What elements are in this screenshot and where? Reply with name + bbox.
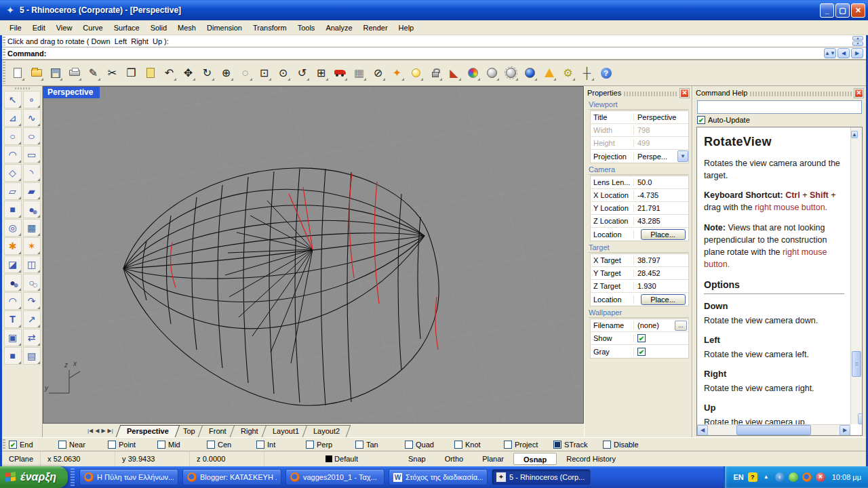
menu-edit[interactable]: Edit xyxy=(27,22,51,34)
annotate-shapes-icon[interactable]: ✦ xyxy=(389,64,406,82)
record-history-toggle[interactable]: Record History xyxy=(557,453,625,465)
projection-dropdown-icon[interactable]: ▼ xyxy=(677,150,688,162)
cplane-button[interactable]: CPlane xyxy=(2,451,41,466)
menu-dimension[interactable]: Dimension xyxy=(201,22,248,34)
osnap-end-checkbox[interactable]: ✔ xyxy=(9,441,17,449)
trim-tool-icon[interactable]: ◪ xyxy=(4,256,22,273)
help-tray-icon[interactable]: ? xyxy=(748,472,757,482)
osnap-near-checkbox[interactable] xyxy=(58,441,66,449)
rotate-view-icon[interactable]: ↻ xyxy=(199,64,216,82)
close-button[interactable]: ✕ xyxy=(851,3,865,18)
select-pointer-tool-icon[interactable]: ↖ xyxy=(4,91,22,108)
prop-target-x-value[interactable]: 38.797 xyxy=(634,256,688,264)
copy-icon[interactable]: ❐ xyxy=(123,64,140,82)
osnap-grip[interactable] xyxy=(3,439,5,449)
polygon-tool-icon[interactable]: ◇ xyxy=(4,164,22,182)
open-file-icon[interactable] xyxy=(28,64,45,82)
ellipse-tool-icon[interactable]: ○ xyxy=(23,127,41,145)
menu-solid[interactable]: Solid xyxy=(145,22,172,34)
taskbar-clock[interactable]: 10:08 μμ xyxy=(832,473,861,481)
osnap-cen[interactable]: Cen xyxy=(207,441,256,449)
menu-mesh[interactable]: Mesh xyxy=(172,22,201,34)
scroll-down-icon[interactable]: ▼ xyxy=(858,413,863,424)
scroll-up-icon[interactable]: ▲ xyxy=(851,131,858,138)
scroll-right-icon[interactable]: ▶ xyxy=(840,425,850,436)
minimize-button[interactable]: _ xyxy=(820,3,834,18)
osnap-int[interactable]: Int xyxy=(256,441,306,449)
tray-expand-icon[interactable]: ▲ xyxy=(762,472,771,482)
alert-tray-icon[interactable]: ✕ xyxy=(816,472,825,482)
explode-flash-tool-icon[interactable]: ✶ xyxy=(23,237,41,255)
horizontal-scroll-thumb[interactable] xyxy=(736,425,811,435)
viewport-title-label[interactable]: Perspective xyxy=(43,87,100,98)
move-car-icon[interactable] xyxy=(332,64,349,82)
history-scroll-up-icon[interactable]: ▲ xyxy=(852,36,863,41)
camera-place-button[interactable]: Place... xyxy=(641,229,686,240)
color-wheel-icon[interactable] xyxy=(465,64,481,82)
osnap-quad-checkbox[interactable] xyxy=(405,441,413,449)
osnap-cen-checkbox[interactable] xyxy=(207,441,215,449)
zoom-window-icon[interactable]: ⊡ xyxy=(256,64,273,82)
viewport-layout-icon[interactable]: ⊞ xyxy=(313,64,330,82)
save-icon[interactable] xyxy=(47,64,64,82)
command-help-grip[interactable] xyxy=(750,92,852,96)
export-notes-icon[interactable]: ✎ xyxy=(85,64,102,82)
task-item-word[interactable]: WΣτόχος της διαδικασία... xyxy=(389,469,488,485)
tray-back-icon[interactable]: ‹ xyxy=(775,472,785,482)
blend-arc-tool-icon[interactable]: ◠ xyxy=(4,292,22,310)
tab-first-icon[interactable]: |◀ xyxy=(87,428,93,434)
rhino-app-icon[interactable]: ✦ xyxy=(4,4,16,16)
osnap-quad[interactable]: Quad xyxy=(405,441,454,449)
help-horizontal-scrollbar[interactable]: ◀ ▶ xyxy=(697,424,850,435)
blocks-tool-icon[interactable]: ▣ xyxy=(4,329,22,346)
task-item-firefox-2[interactable]: Blogger: ΚΑΤΑΣΚΕΥΗ ... xyxy=(182,469,281,485)
lightbulb-render-icon[interactable] xyxy=(408,64,425,82)
prop-cam-y-value[interactable]: 21.791 xyxy=(634,204,688,212)
help-shortcut-link[interactable]: right mouse button. xyxy=(755,203,827,212)
rectangle-tool-icon[interactable]: ▭ xyxy=(23,146,41,163)
osnap-mid[interactable]: Mid xyxy=(157,441,207,449)
point-tool-icon[interactable]: ∘ xyxy=(23,91,41,108)
prop-cam-x-value[interactable]: -4.735 xyxy=(634,191,688,199)
osnap-project[interactable]: Project xyxy=(504,441,553,449)
osnap-disable-checkbox[interactable] xyxy=(603,441,611,449)
osnap-knot-checkbox[interactable] xyxy=(454,441,462,449)
lock-icon[interactable] xyxy=(427,64,443,82)
planar-toggle[interactable]: Planar xyxy=(473,453,513,465)
options-gears-icon[interactable]: ⚙ xyxy=(559,64,576,82)
osnap-mid-checkbox[interactable] xyxy=(157,441,165,449)
layer-wedge-icon[interactable]: ◣ xyxy=(446,64,462,82)
osnap-toggle[interactable]: Osnap xyxy=(513,453,557,465)
ortho-toggle[interactable]: Ortho xyxy=(435,453,473,465)
menu-transform[interactable]: Transform xyxy=(248,22,292,34)
menu-render[interactable]: Render xyxy=(358,22,393,34)
menu-file[interactable]: File xyxy=(4,22,27,34)
history-scroll-down-icon[interactable]: ▼ xyxy=(852,41,863,46)
wallpaper-gray-checkbox[interactable]: ✔ xyxy=(637,348,646,356)
grid-plane-tool-icon[interactable]: ▤ xyxy=(23,347,41,365)
text-tool-icon[interactable]: T xyxy=(4,310,22,328)
properties-panel-grip[interactable] xyxy=(624,92,678,96)
curved-surface-tool-icon[interactable]: ▰ xyxy=(23,182,41,200)
messenger-tray-icon[interactable] xyxy=(789,472,798,482)
dimension-icon[interactable]: ┼ xyxy=(578,64,595,82)
wallpaper-show-checkbox[interactable]: ✔ xyxy=(637,334,646,342)
solid-spheres-tool-icon[interactable]: ● xyxy=(23,201,41,218)
zoom-extents-icon[interactable]: ⊕ xyxy=(218,64,235,82)
toolbar-grip[interactable] xyxy=(3,62,5,84)
tab-layout2[interactable]: Layout2 xyxy=(302,425,351,437)
command-history-grip[interactable] xyxy=(3,37,5,45)
command-line-grip[interactable] xyxy=(3,49,5,58)
pan-icon[interactable]: ✥ xyxy=(180,64,197,82)
task-item-firefox-1[interactable]: Η Πύλη των Ελλήνων... xyxy=(79,469,178,485)
osnap-project-checkbox[interactable] xyxy=(504,441,512,449)
tab-prev-icon[interactable]: ◀ xyxy=(95,428,99,434)
osnap-int-checkbox[interactable] xyxy=(256,441,264,449)
snap-toggle[interactable]: Snap xyxy=(399,453,435,465)
vertical-scroll-thumb[interactable] xyxy=(852,351,861,377)
solid-tools-icon[interactable]: ■ xyxy=(4,347,22,365)
osnap-perp-checkbox[interactable] xyxy=(306,441,314,449)
new-file-icon[interactable] xyxy=(9,64,26,82)
tab-next-icon[interactable]: ▶ xyxy=(101,428,105,434)
language-indicator[interactable]: EN xyxy=(733,473,743,481)
